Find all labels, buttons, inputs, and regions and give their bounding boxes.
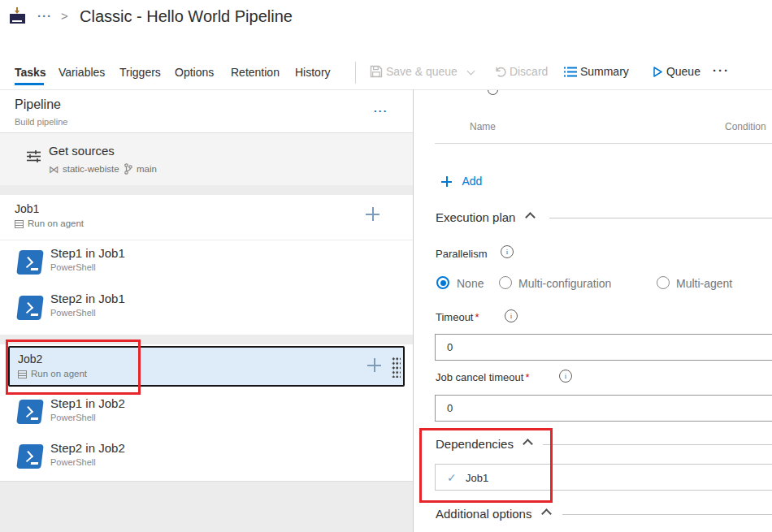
job2-steps-card: Step1 in Job2 PowerShell Step2 in Job2 P… <box>0 390 413 482</box>
discard-label: Discard <box>510 65 548 78</box>
tab-options[interactable]: Options <box>175 66 214 79</box>
radio-multi-agent-label[interactable]: Multi-agent <box>676 277 732 290</box>
chevron-down-icon <box>466 67 475 76</box>
dependency-item-job1[interactable]: ✓ Job1 <box>435 464 772 491</box>
pipeline-subtitle: Build pipeline <box>15 117 67 127</box>
chevron-up-icon <box>541 508 552 519</box>
repo-icon: ⋈ <box>49 163 59 175</box>
powershell-icon <box>16 296 44 320</box>
add-label: Add <box>462 175 482 188</box>
summary-label: Summary <box>580 65 629 78</box>
section-rule <box>549 218 772 218</box>
section-additional-options[interactable]: Additional options <box>436 507 550 521</box>
summary-button[interactable]: Summary <box>564 65 629 78</box>
save-queue-button[interactable]: Save & queue <box>370 65 474 78</box>
pipeline-title: Pipeline <box>15 97 61 112</box>
undo-icon <box>494 66 506 78</box>
job-agent-label: Run on agent <box>31 369 87 378</box>
radio-none-label[interactable]: None <box>457 277 484 290</box>
add-task-button[interactable] <box>366 207 379 221</box>
azure-pipelines-build-icon[interactable] <box>10 7 25 24</box>
plus-icon <box>441 176 452 187</box>
drag-handle-icon[interactable] <box>391 356 401 378</box>
discard-button[interactable]: Discard <box>494 65 548 78</box>
step-title: Step2 in Job1 <box>50 292 125 305</box>
job-cancel-timeout-input[interactable] <box>435 395 772 422</box>
branch-name: main <box>137 164 157 174</box>
page-title: Classic - Hello World Pipeline <box>80 7 293 26</box>
step-row[interactable]: Step1 in Job2 PowerShell <box>0 390 413 435</box>
additional-options-title: Additional options <box>436 507 531 521</box>
demands-name-header: Name <box>470 121 496 132</box>
step-title: Step2 in Job2 <box>50 441 125 455</box>
pipeline-editor-window: ··· > Classic - Hello World Pipeline Tas… <box>0 0 772 532</box>
powershell-icon <box>16 400 44 424</box>
build-icon-slot <box>12 20 22 22</box>
queue-button[interactable]: Queue <box>653 65 700 78</box>
branch-icon <box>124 163 132 175</box>
timeout-label: Timeout* <box>436 311 479 323</box>
sources-settings-icon <box>27 150 41 162</box>
step-title: Step1 in Job2 <box>50 396 125 410</box>
chevron-right-icon: > <box>61 9 68 23</box>
job-row-job1[interactable]: Job1 Run on agent <box>0 195 413 240</box>
section-execution-plan[interactable]: Execution plan <box>436 210 534 224</box>
summary-list-icon <box>564 67 577 77</box>
step-row[interactable]: Step2 in Job2 PowerShell <box>0 435 413 480</box>
powershell-icon <box>16 250 44 275</box>
section-dependencies[interactable]: Dependencies <box>436 437 531 451</box>
info-icon[interactable]: i <box>501 245 514 258</box>
step-type: PowerShell <box>50 262 96 272</box>
demands-condition-header: Condition <box>725 121 766 132</box>
job1-card: Job1 Run on agent Step1 in Job1 PowerShe… <box>0 195 413 335</box>
info-icon[interactable]: i <box>559 370 572 383</box>
parallelism-label: Parallelism <box>436 248 488 260</box>
queue-label: Queue <box>666 65 700 78</box>
add-demand-button[interactable]: Add <box>441 174 482 188</box>
powershell-icon <box>16 444 44 469</box>
pipeline-header: Pipeline Build pipeline ··· <box>0 90 413 133</box>
build-icon-arrowhead <box>15 11 20 14</box>
step-type: PowerShell <box>50 457 96 467</box>
radio-multi-configuration[interactable] <box>499 276 512 289</box>
step-row[interactable]: Step1 in Job1 PowerShell <box>0 240 413 286</box>
timeout-input[interactable] <box>435 334 772 361</box>
active-tab-underline <box>15 83 44 85</box>
build-icon-base <box>10 14 25 24</box>
required-asterisk: * <box>475 311 479 323</box>
tab-triggers[interactable]: Triggers <box>119 66 161 79</box>
get-sources-title: Get sources <box>49 144 115 158</box>
pipeline-more-button[interactable]: ··· <box>374 105 388 117</box>
check-icon: ✓ <box>447 471 457 484</box>
radio-none[interactable] <box>436 276 449 289</box>
job-cancel-timeout-label: Job cancel timeout* <box>436 371 529 383</box>
info-icon[interactable]: i <box>505 309 518 322</box>
tab-tasks[interactable]: Tasks <box>15 66 46 79</box>
step-row[interactable]: Step2 in Job1 PowerShell <box>0 286 413 331</box>
radio-multi-agent[interactable] <box>657 276 670 289</box>
radio-multi-configuration-label[interactable]: Multi-configuration <box>518 277 611 290</box>
job-name: Job2 <box>18 353 42 365</box>
toolbar-more-button[interactable]: ··· <box>713 63 730 77</box>
agent-icon <box>18 370 27 378</box>
tab-retention[interactable]: Retention <box>231 66 280 79</box>
save-queue-label: Save & queue <box>386 65 458 78</box>
tab-variables[interactable]: Variables <box>59 66 105 79</box>
agent-icon <box>15 220 24 228</box>
save-icon <box>370 65 383 78</box>
section-rule <box>543 444 772 445</box>
step-type: PowerShell <box>50 413 96 422</box>
section-rule <box>562 514 772 515</box>
job-row-job2-selected[interactable]: Job2 Run on agent <box>8 346 405 387</box>
step-title: Step1 in Job1 <box>50 246 125 260</box>
add-task-button[interactable] <box>367 358 381 372</box>
tab-history[interactable]: History <box>295 66 331 79</box>
play-icon <box>653 66 663 78</box>
dependencies-title: Dependencies <box>436 437 514 451</box>
execution-plan-title: Execution plan <box>436 210 515 224</box>
chevron-up-icon <box>525 212 536 223</box>
breadcrumb-more-button[interactable]: ··· <box>37 9 52 23</box>
get-sources-row[interactable]: Get sources ⋈ static-webiste main <box>0 133 413 185</box>
chevron-up-icon <box>523 439 533 449</box>
step-type: PowerShell <box>50 308 96 318</box>
